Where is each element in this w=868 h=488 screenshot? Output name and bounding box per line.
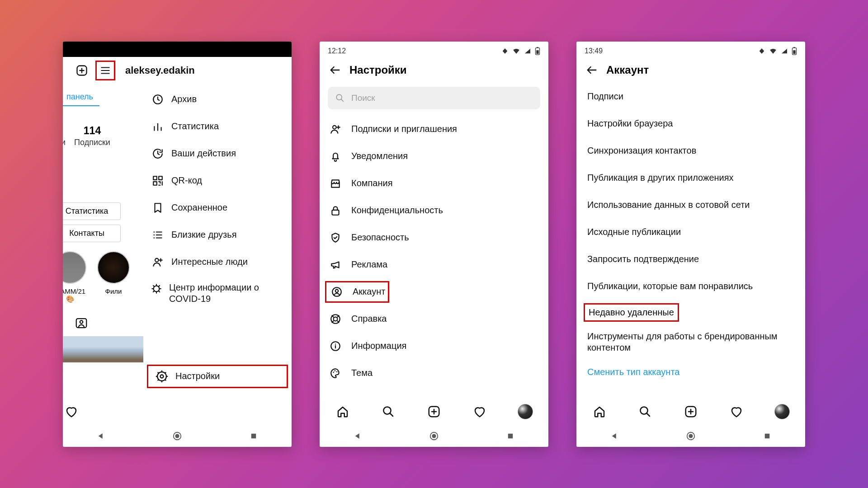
account-item-recently-deleted[interactable]: Недавно удаленные (584, 303, 679, 322)
following-count: 114 (67, 125, 117, 137)
account-item-captions[interactable]: Подписи (576, 83, 805, 110)
search-icon (638, 405, 652, 418)
nav-recent[interactable] (757, 426, 777, 446)
item-label: Безопасность (351, 232, 409, 243)
settings-item-about[interactable]: Информация (320, 333, 548, 360)
svg-point-31 (432, 434, 436, 438)
nav-recent[interactable] (500, 426, 520, 446)
menu-label: Статистика (171, 121, 219, 131)
svg-point-26 (335, 370, 336, 371)
storefront-icon (330, 178, 341, 189)
svg-rect-32 (508, 433, 513, 438)
person-plus-icon (152, 256, 164, 268)
story-label: Фили (95, 287, 132, 295)
triangle-left-icon (354, 432, 362, 440)
account-item-original-posts[interactable]: Исходные публикации (576, 219, 805, 246)
settings-item-privacy[interactable]: Конфиденциальность (320, 197, 548, 224)
tab-activity[interactable] (65, 405, 78, 418)
menu-item-insights[interactable]: Статистика (143, 113, 292, 140)
hamburger-menu-button[interactable] (95, 61, 115, 80)
account-item-liked-posts[interactable]: Публикации, которые вам понравились (576, 273, 805, 300)
tab-profile[interactable] (515, 402, 535, 422)
search-icon (335, 93, 345, 103)
nav-home[interactable] (681, 426, 701, 446)
account-item-contacts-sync[interactable]: Синхронизация контактов (576, 137, 805, 164)
menu-label: Настройки (175, 371, 220, 381)
nav-home[interactable] (424, 426, 444, 446)
settings-item-notifications[interactable]: Уведомления (320, 143, 548, 170)
wifi-icon (769, 47, 777, 55)
nav-recent[interactable] (244, 426, 264, 446)
menu-item-qr[interactable]: QR-код (143, 167, 292, 194)
account-item-switch-type[interactable]: Сменить тип аккаунта (576, 359, 805, 386)
screen-settings: 12:12 Настройки Поиск Подписки и приглаш… (320, 42, 548, 447)
settings-item-business[interactable]: Компания (320, 170, 548, 197)
info-icon (330, 340, 341, 352)
avatar-icon (518, 404, 533, 419)
item-label: Информация (351, 341, 406, 351)
status-time: 12:12 (328, 47, 346, 55)
account-item-request-verify[interactable]: Запросить подтверждение (576, 246, 805, 273)
menu-item-archive[interactable]: Архив (143, 86, 292, 113)
settings-item-theme[interactable]: Тема (320, 360, 548, 387)
item-label: Справка (351, 314, 387, 324)
menu-item-settings[interactable]: Настройки (147, 365, 288, 388)
tab-new-post[interactable] (681, 402, 701, 422)
settings-item-account[interactable]: Аккаунт (325, 281, 389, 303)
search-input[interactable]: Поиск (328, 87, 540, 109)
shield-icon (330, 232, 341, 244)
hamburger-icon (99, 65, 111, 76)
tab-search[interactable] (378, 402, 398, 422)
nav-back[interactable] (604, 426, 624, 446)
tagged-tab-icon[interactable] (75, 316, 88, 330)
tab-activity[interactable] (726, 402, 746, 422)
settings-item-ads[interactable]: Реклама (320, 251, 548, 278)
settings-item-follow-invite[interactable]: Подписки и приглашения (320, 116, 548, 143)
contacts-profile-button[interactable]: Контакты (63, 225, 121, 242)
circle-icon (429, 431, 439, 441)
nav-home[interactable] (167, 426, 187, 446)
svg-point-12 (175, 434, 179, 438)
settings-item-security[interactable]: Безопасность (320, 224, 548, 251)
tab-profile[interactable] (772, 402, 792, 422)
vibrate-icon (758, 47, 765, 55)
account-item-cellular-data[interactable]: Использование данных в сотовой сети (576, 192, 805, 219)
new-post-button[interactable] (72, 61, 92, 80)
chart-icon (152, 121, 164, 132)
tab-search[interactable] (635, 402, 655, 422)
vibrate-icon (501, 47, 509, 55)
account-item-browser[interactable]: Настройки браузера (576, 110, 805, 137)
home-icon (336, 405, 349, 418)
dashboard-tab[interactable]: панель (63, 89, 99, 106)
settings-list: Подписки и приглашения Уведомления Компа… (320, 116, 548, 398)
svg-rect-40 (764, 433, 769, 438)
account-item-branded-tools[interactable]: Инструменты для работы с брендированным … (576, 325, 805, 359)
svg-rect-15 (536, 50, 538, 54)
story-highlight[interactable]: МАММ/21 🎨 (63, 251, 88, 303)
feed-thumbnail (63, 336, 143, 362)
menu-item-close-friends[interactable]: Близкие друзья (143, 221, 292, 249)
account-item-sharing-other[interactable]: Публикация в других приложениях (576, 164, 805, 192)
gear-icon (156, 370, 168, 383)
svg-point-21 (335, 289, 339, 292)
tab-home[interactable] (333, 402, 353, 422)
following-label: Подписки (67, 138, 117, 147)
svg-point-39 (689, 434, 693, 438)
nav-back[interactable] (91, 426, 111, 446)
nav-back[interactable] (348, 426, 368, 446)
back-button[interactable] (325, 60, 345, 80)
menu-item-saved[interactable]: Сохраненное (143, 194, 292, 221)
insights-profile-button[interactable]: Статистика (63, 202, 121, 220)
heart-icon (65, 405, 78, 418)
tab-new-post[interactable] (424, 402, 444, 422)
tab-activity[interactable] (470, 402, 490, 422)
menu-item-discover-people[interactable]: Интересные люди (143, 249, 292, 276)
menu-item-covid[interactable]: Центр информации о COVID-19 (143, 276, 292, 311)
account-list: Подписи Настройки браузера Синхронизация… (576, 83, 805, 398)
story-highlight[interactable]: Фили (95, 251, 132, 303)
tab-home[interactable] (590, 402, 609, 422)
back-button[interactable] (582, 60, 602, 80)
settings-item-help[interactable]: Справка (320, 305, 548, 333)
following-stat[interactable]: 114 Подписки (67, 125, 117, 147)
menu-item-activity[interactable]: Ваши действия (143, 140, 292, 167)
